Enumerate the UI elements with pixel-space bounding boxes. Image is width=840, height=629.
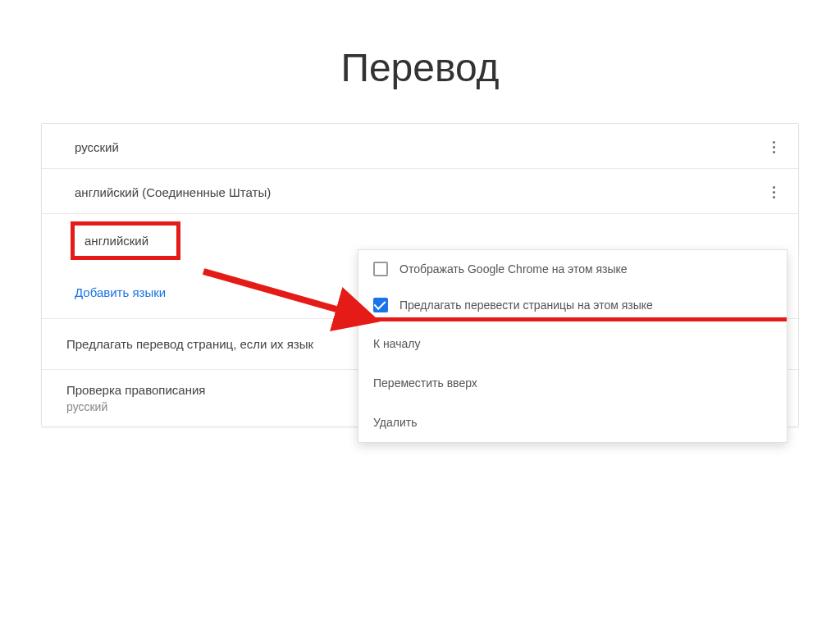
popup-option-display-chrome[interactable]: Отображать Google Chrome на этом языке — [358, 250, 787, 286]
more-vert-icon[interactable] — [764, 182, 783, 202]
add-languages-link[interactable]: Добавить языки — [75, 285, 166, 299]
page-title-area: Перевод — [0, 0, 840, 123]
more-vert-icon[interactable] — [764, 137, 783, 157]
popup-option-label: Отображать Google Chrome на этом языке — [399, 262, 628, 276]
highlight-box[interactable]: английский — [75, 226, 176, 256]
annotation-underline — [370, 317, 787, 321]
language-row-russian[interactable]: русский — [42, 124, 798, 169]
popup-action-move-up[interactable]: Переместить вверх — [358, 363, 787, 403]
checkbox-unchecked-icon[interactable] — [373, 262, 388, 276]
language-label: английский — [84, 234, 148, 248]
popup-option-label: Предлагать перевести страницы на этом яз… — [399, 299, 653, 312]
page-title: Перевод — [0, 45, 840, 90]
language-label: русский — [75, 140, 119, 154]
checkbox-checked-icon[interactable] — [373, 298, 388, 312]
popup-action-delete[interactable]: Удалить — [358, 403, 787, 442]
popup-action-to-top[interactable]: К началу — [358, 324, 787, 363]
popup-option-offer-translate[interactable]: Предлагать перевести страницы на этом яз… — [358, 286, 787, 324]
language-options-popup: Отображать Google Chrome на этом языке П… — [358, 249, 788, 443]
offer-translate-label: Предлагать перевод страниц, если их язык — [66, 337, 313, 351]
language-label: английский (Соединенные Штаты) — [75, 185, 271, 199]
language-row-english-us[interactable]: английский (Соединенные Штаты) — [42, 169, 798, 214]
